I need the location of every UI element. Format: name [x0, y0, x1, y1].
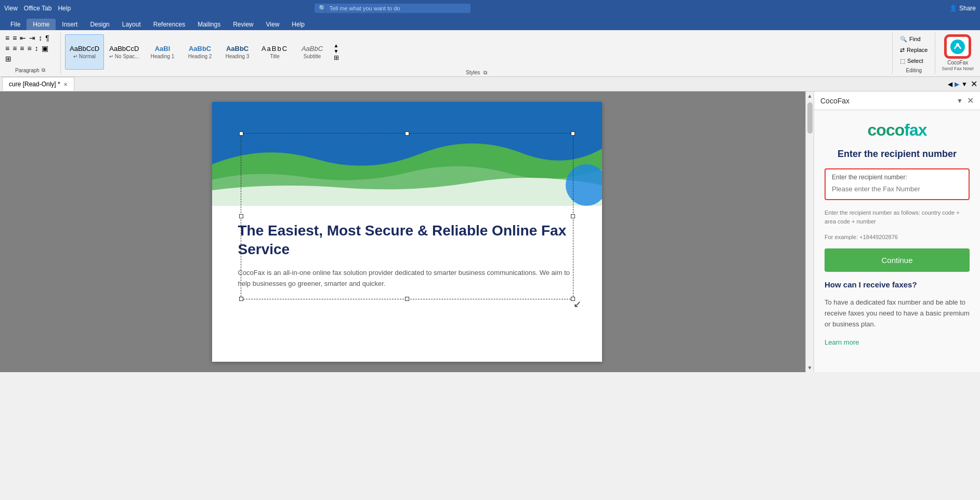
tab-chevron-down-icon[interactable]: ▼ [961, 81, 968, 88]
fax-example-text: For example: +18449202876 [825, 234, 970, 240]
tab-mailings[interactable]: Mailings [191, 19, 227, 30]
styles-label: Styles ⧉ [65, 70, 888, 76]
fax-number-input[interactable] [832, 183, 962, 195]
scroll-thumb[interactable] [807, 102, 813, 134]
ribbon-tabs: File Home Insert Design Layout Reference… [0, 17, 980, 30]
panel-close-button[interactable]: ✕ [967, 96, 974, 106]
style-heading2[interactable]: AaBbC Heading 2 [182, 34, 218, 70]
receive-fax-text: To have a dedicated fax number and be ab… [825, 297, 970, 330]
ribbon-group-editing: 🔍 Find ⇄ Replace ⬚ Select Editing [893, 32, 935, 74]
person-icon: 👤 [949, 5, 957, 12]
title-bar-right: 👤 Share [949, 5, 976, 12]
replace-icon: ⇄ [900, 47, 905, 54]
sort-icon[interactable]: ↕ [37, 33, 43, 43]
doc-scrollbar[interactable]: ▲ ▼ [805, 91, 814, 372]
style-normal[interactable]: AaBbCcD ↵ Normal [65, 34, 104, 70]
panel-subtitle: Enter the recipient number [838, 148, 957, 160]
doc-heading: The Easiest, Most Secure & Reliable Onli… [238, 221, 576, 259]
indent-left-icon[interactable]: ⇤ [19, 33, 27, 43]
menu-office-tab[interactable]: Office Tab [24, 5, 52, 12]
ribbon-group-styles: AaBbCcD ↵ Normal AaBbCcD ↵ No Spac... Aa… [61, 32, 893, 74]
logo-coco: coco [868, 121, 905, 139]
style-subtitle[interactable]: AaBbC Subtitle [294, 34, 331, 70]
doc-scroll-area[interactable]: The Easiest, Most Secure & Reliable Onli… [0, 91, 814, 372]
title-bar: View Office Tab Help 🔍 👤 Share [0, 0, 980, 17]
indent-right-icon[interactable]: ⇥ [28, 33, 36, 43]
panel-dropdown-icon[interactable]: ▼ [957, 97, 963, 104]
doc-tab-bar: cure [Read-Only] * ✕ ◀ ▶ ▼ ✕ [0, 77, 980, 91]
title-bar-search-input[interactable] [330, 5, 434, 11]
tab-scroll-right-icon[interactable]: ▶ [955, 81, 959, 88]
styles-expand-icon[interactable]: ⧉ [484, 70, 487, 75]
main-layout: The Easiest, Most Secure & Reliable Onli… [0, 91, 980, 372]
line-spacing-icon[interactable]: ↕ [34, 44, 40, 53]
resize-arrow: ↙ [573, 298, 581, 310]
tab-layout[interactable]: Layout [116, 19, 147, 30]
tab-review[interactable]: Review [227, 19, 259, 30]
align-center-icon[interactable]: ≡ [11, 44, 18, 53]
borders-icon[interactable]: ⊞ [4, 54, 12, 63]
cocofax-ribbon-icon [945, 35, 970, 58]
styles-scroll-controls: ▲ ▼ ⊞ [334, 41, 339, 63]
doc-tab-active[interactable]: cure [Read-Only] * ✕ [2, 77, 74, 91]
list-numbered-icon[interactable]: ≡ [11, 33, 18, 43]
find-icon: 🔍 [900, 36, 907, 43]
style-heading1[interactable]: AaBl Heading 1 [145, 34, 181, 70]
menu-help[interactable]: Help [58, 5, 71, 12]
doc-tab-controls: ◀ ▶ ▼ [946, 81, 970, 88]
cocofax-panel: CocoFax ▼ ✕ cocofax Enter the recipient … [814, 91, 980, 372]
align-right-icon[interactable]: ≡ [19, 44, 25, 53]
tab-scroll-left-icon[interactable]: ◀ [948, 81, 952, 88]
doc-content: The Easiest, Most Secure & Reliable Onli… [212, 206, 602, 305]
fax-hint-text: Enter the recipient number as follows: c… [825, 208, 970, 226]
paragraph-format-icons: ≡ ≡ ⇤ ⇥ ↕ ¶ ≡ ≡ ≡ ≡ ↕ ▣ ⊞ [4, 33, 56, 63]
doc-tab-close-icon[interactable]: ✕ [63, 82, 68, 87]
doc-body-text: CocoFax is an all-in-one online fax solu… [238, 268, 576, 290]
find-button[interactable]: 🔍 Find [897, 35, 923, 44]
list-icon[interactable]: ≡ [4, 33, 10, 43]
tab-insert[interactable]: Insert [56, 19, 84, 30]
paragraph-expand-icon[interactable]: ⧉ [42, 67, 45, 73]
tab-file[interactable]: File [4, 19, 27, 30]
styles-down-icon[interactable]: ▼ [334, 48, 339, 54]
tab-home[interactable]: Home [27, 19, 56, 30]
styles-more-icon[interactable]: ⊞ [334, 54, 339, 61]
banner-svg [212, 102, 602, 206]
editing-buttons: 🔍 Find ⇄ Replace ⬚ Select [897, 33, 931, 67]
panel-header: CocoFax ▼ ✕ [814, 91, 980, 110]
fax-input-label: Enter the recipient number: [832, 174, 962, 181]
select-icon: ⬚ [900, 58, 905, 64]
fax-input-container: Enter the recipient number: [825, 168, 970, 200]
scroll-down-icon[interactable]: ▼ [806, 363, 814, 372]
menu-view[interactable]: View [4, 5, 18, 12]
share-button[interactable]: 👤 Share [949, 5, 976, 12]
style-title[interactable]: AaBbC Title [257, 34, 293, 70]
style-nospace[interactable]: AaBbCcD ↵ No Spac... [105, 34, 143, 70]
cocofax-icon-svg [949, 38, 966, 55]
replace-button[interactable]: ⇄ Replace [897, 46, 931, 55]
panel-controls: ▼ ✕ [957, 96, 974, 106]
justify-icon[interactable]: ≡ [27, 44, 33, 53]
cocofax-ribbon-button[interactable]: CocoFax Send Fax Now! [935, 32, 980, 74]
tab-design[interactable]: Design [84, 19, 115, 30]
send-fax-label: Send Fax Now! [942, 66, 974, 71]
tab-view[interactable]: View [260, 19, 286, 30]
learn-more-link[interactable]: Learn more [825, 338, 970, 346]
editing-label: Editing [906, 67, 922, 73]
select-button[interactable]: ⬚ Select [897, 57, 926, 65]
ribbon-content: ≡ ≡ ⇤ ⇥ ↕ ¶ ≡ ≡ ≡ ≡ ↕ ▣ ⊞ Paragraph ⧉ [0, 30, 980, 77]
align-left-icon[interactable]: ≡ [4, 44, 10, 53]
styles-up-icon[interactable]: ▲ [334, 43, 339, 48]
scroll-up-icon[interactable]: ▲ [806, 91, 814, 100]
tab-references[interactable]: References [147, 19, 191, 30]
pilcrow-icon[interactable]: ¶ [44, 33, 50, 43]
continue-button[interactable]: Continue [825, 248, 970, 272]
close-panel-icon[interactable]: ✕ [970, 79, 978, 89]
paragraph-label: Paragraph ⧉ [15, 66, 45, 73]
tab-help[interactable]: Help [285, 19, 311, 30]
shading-icon[interactable]: ▣ [41, 44, 49, 53]
search-icon: 🔍 [319, 5, 326, 12]
style-heading3[interactable]: AaBbC Heading 3 [219, 34, 256, 70]
panel-content: cocofax Enter the recipient number Enter… [814, 110, 980, 372]
styles-row: AaBbCcD ↵ Normal AaBbCcD ↵ No Spac... Aa… [65, 34, 888, 70]
